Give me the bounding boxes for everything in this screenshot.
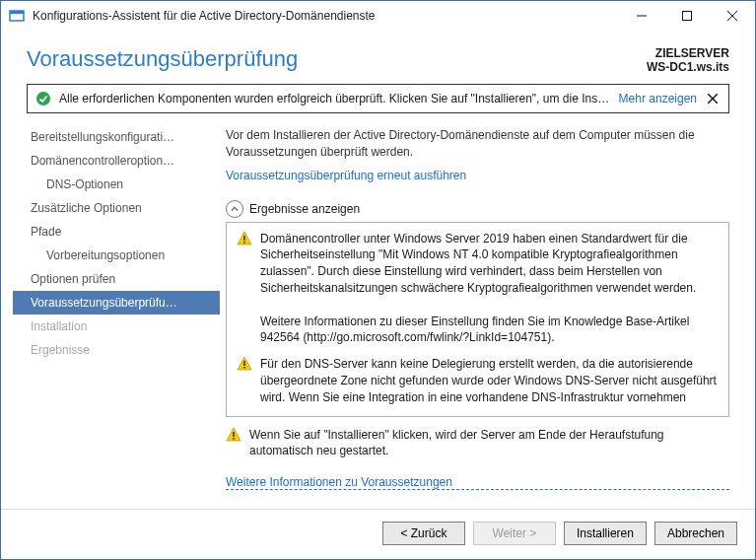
titlebar: Konfigurations-Assistent für die Active … <box>1 1 755 31</box>
target-server-label: ZIELSERVER <box>647 46 729 60</box>
result-text: Domänencontroller unter Windows Server 2… <box>260 231 719 347</box>
banner-close-icon[interactable] <box>705 91 721 106</box>
success-icon <box>35 91 51 106</box>
sidebar-item-3[interactable]: Zusätzliche Optionen <box>13 196 220 220</box>
window-title: Konfigurations-Assistent für die Active … <box>33 9 376 23</box>
restart-warning: Wenn Sie auf "Installieren" klicken, wir… <box>226 427 729 460</box>
results-list[interactable]: Domänencontroller unter Windows Server 2… <box>226 222 729 417</box>
svg-rect-14 <box>233 438 235 440</box>
svg-point-6 <box>36 92 50 105</box>
result-text: Für den DNS-Server kann keine Delegierun… <box>260 356 719 405</box>
button-bar: < Zurück Weiter > Installieren Abbrechen <box>1 509 755 559</box>
svg-rect-1 <box>10 11 24 14</box>
warning-icon <box>237 356 252 405</box>
svg-rect-11 <box>243 361 245 366</box>
result-item-1: Für den DNS-Server kann keine Delegierun… <box>237 356 719 405</box>
content-area: Voraussetzungsüberprüfung ZIELSERVER WS-… <box>1 31 755 509</box>
maximize-button[interactable] <box>664 1 710 31</box>
results-toggle-label: Ergebnisse anzeigen <box>249 202 360 216</box>
sidebar-item-6[interactable]: Optionen prüfen <box>13 267 220 291</box>
banner-message: Alle erforderlichen Komponenten wurden e… <box>59 92 611 105</box>
sidebar-item-9: Ergebnisse <box>13 338 220 362</box>
install-button[interactable]: Installieren <box>564 522 647 545</box>
chevron-up-icon <box>226 200 243 218</box>
svg-rect-3 <box>683 12 692 21</box>
sidebar-item-4[interactable]: Pfade <box>13 220 220 244</box>
rerun-check-link[interactable]: Voraussetzungsüberprüfung erneut ausführ… <box>226 169 729 182</box>
sidebar-item-2[interactable]: DNS-Optionen <box>13 173 220 196</box>
cancel-button[interactable]: Abbrechen <box>654 522 737 545</box>
results-toggle[interactable]: Ergebnisse anzeigen <box>226 200 729 218</box>
svg-rect-9 <box>243 236 245 241</box>
sidebar-item-1[interactable]: Domänencontrolleroption… <box>13 149 220 173</box>
target-server-value: WS-DC1.ws.its <box>647 60 729 74</box>
status-banner: Alle erforderlichen Komponenten wurden e… <box>27 84 729 113</box>
sidebar-item-0[interactable]: Bereitstellungskonfigurati… <box>13 125 220 149</box>
restart-warning-text: Wenn Sie auf "Installieren" klicken, wir… <box>249 427 729 460</box>
sidebar-item-5[interactable]: Vorbereitungsoptionen <box>13 244 220 267</box>
app-icon <box>9 8 25 24</box>
sidebar: Bereitstellungskonfigurati…Domänencontro… <box>13 121 220 509</box>
svg-rect-13 <box>233 432 235 437</box>
minimize-button[interactable] <box>619 1 664 31</box>
result-item-0: Domänencontroller unter Windows Server 2… <box>237 231 719 347</box>
more-info-link[interactable]: Weitere Informationen zu Voraussetzungen <box>226 475 729 490</box>
body: Bereitstellungskonfigurati…Domänencontro… <box>13 121 743 509</box>
sidebar-item-7[interactable]: Voraussetzungsüberprüfu… <box>13 291 220 315</box>
back-button[interactable]: < Zurück <box>382 522 465 545</box>
next-button: Weiter > <box>473 522 556 545</box>
warning-icon <box>237 231 252 347</box>
banner-show-more[interactable]: Mehr anzeigen <box>619 92 697 105</box>
warning-icon <box>226 427 241 460</box>
target-server-block: ZIELSERVER WS-DC1.ws.its <box>647 46 729 74</box>
svg-rect-12 <box>243 367 245 369</box>
page-header: Voraussetzungsüberprüfung ZIELSERVER WS-… <box>13 35 743 80</box>
wizard-window: Konfigurations-Assistent für die Active … <box>0 0 756 560</box>
sidebar-item-8: Installation <box>13 315 220 338</box>
page-title: Voraussetzungsüberprüfung <box>27 46 298 72</box>
intro-text: Vor dem Installieren der Active Director… <box>226 127 729 161</box>
main-panel: Vor dem Installieren der Active Director… <box>220 121 743 509</box>
close-button[interactable] <box>710 1 755 31</box>
svg-rect-10 <box>243 242 245 244</box>
